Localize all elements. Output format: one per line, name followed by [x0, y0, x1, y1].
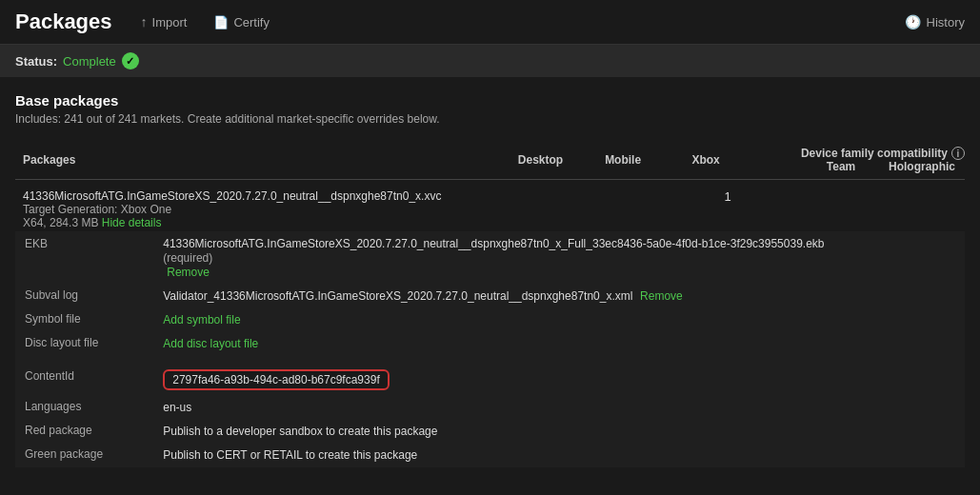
mobile-compat-cell [597, 180, 684, 232]
packages-table: Packages Desktop Mobile Xbox Device fami… [15, 141, 965, 467]
ekb-detail-row: EKB 41336MicrosoftATG.InGameStoreXS_2020… [17, 233, 963, 283]
languages-label: Languages [17, 396, 153, 418]
col-header-mobile: Mobile [597, 141, 684, 180]
red-package-value: Publish to a developer sandbox to create… [163, 425, 437, 438]
certify-icon: 📄 [213, 15, 229, 30]
ekb-row: EKB 41336MicrosoftATG.InGameStoreXS_2020… [15, 231, 965, 467]
green-package-label: Green package [17, 444, 153, 465]
subval-remove-link[interactable]: Remove [640, 289, 683, 303]
status-bar: Status: Complete ✓ [0, 45, 980, 77]
content-id-row: ContentId 2797fa46-a93b-494c-ad80-b67c9f… [17, 366, 963, 394]
hide-details-link[interactable]: Hide details [102, 216, 162, 229]
subval-label: Subval log [17, 285, 153, 307]
disc-value-cell: Add disc layout file [155, 332, 963, 354]
ekb-value-cell: 41336MicrosoftATG.InGameStoreXS_2020.7.2… [155, 233, 963, 283]
col-header-compat: Device family compatibility i Team Holog… [771, 141, 965, 180]
subval-filename: Validator_41336MicrosoftATG.InGameStoreX… [163, 289, 632, 303]
subval-detail-row: Subval log Validator_41336MicrosoftATG.I… [17, 285, 963, 307]
symbol-label: Symbol file [17, 308, 153, 330]
red-package-value-cell: Publish to a developer sandbox to create… [155, 420, 963, 442]
col-header-holo: Holographic [879, 160, 965, 173]
ekb-note: (required) [163, 251, 212, 265]
page-title: Packages [15, 10, 112, 34]
content-area: Base packages Includes: 241 out of 241 m… [0, 77, 980, 483]
green-package-row: Green package Publish to CERT or RETAIL … [17, 444, 963, 465]
disc-detail-row: Disc layout file Add disc layout file [17, 332, 963, 354]
ekb-label: EKB [17, 233, 153, 283]
header: Packages ↑ Import 📄 Certify 🕐 History [0, 0, 980, 45]
languages-value: en-us [163, 401, 191, 414]
symbol-value-cell: Add symbol file [155, 308, 963, 330]
history-button[interactable]: 🕐 History [905, 14, 965, 30]
ekb-remove-link[interactable]: Remove [167, 266, 210, 279]
import-button[interactable]: ↑ Import [135, 10, 193, 33]
package-size: X64, 284.3 MB Hide details [23, 216, 503, 229]
red-package-row: Red package Publish to a developer sandb… [17, 420, 963, 442]
col-header-xbox: Xbox [684, 141, 770, 180]
subval-value-cell: Validator_41336MicrosoftATG.InGameStoreX… [155, 285, 963, 307]
spacer-row [17, 356, 963, 364]
green-package-value-cell: Publish to CERT or RETAIL to create this… [155, 444, 963, 465]
col-header-team: Team [803, 160, 879, 173]
desktop-compat-cell [510, 180, 597, 232]
symbol-add-link[interactable]: Add symbol file [163, 313, 240, 327]
history-icon: 🕐 [905, 14, 921, 30]
languages-row: Languages en-us [17, 396, 963, 418]
section-subtitle: Includes: 241 out of 241 markets. Create… [15, 112, 965, 126]
package-info: 41336MicrosoftATG.InGameStoreXS_2020.7.2… [15, 180, 510, 232]
disc-label: Disc layout file [17, 332, 153, 354]
status-check-icon: ✓ [122, 52, 139, 69]
package-target: Target Generation: Xbox One [23, 203, 503, 216]
red-package-label: Red package [17, 420, 153, 442]
col-header-desktop: Desktop [510, 141, 597, 180]
package-row: 41336MicrosoftATG.InGameStoreXS_2020.7.2… [15, 180, 965, 232]
import-icon: ↑ [141, 14, 148, 30]
symbol-detail-row: Symbol file Add symbol file [17, 308, 963, 330]
team-compat-cell [771, 180, 869, 232]
certify-button[interactable]: 📄 Certify [208, 11, 275, 33]
package-filename: 41336MicrosoftATG.InGameStoreXS_2020.7.2… [23, 189, 503, 203]
col-header-packages: Packages [15, 141, 510, 180]
section-title: Base packages [15, 92, 965, 109]
holo-compat-cell [868, 180, 965, 232]
xbox-compat-cell: 1 [684, 180, 770, 232]
ekb-filename: 41336MicrosoftATG.InGameStoreXS_2020.7.2… [163, 237, 955, 250]
compat-info-icon[interactable]: i [951, 147, 965, 160]
status-label: Status: [15, 54, 57, 69]
status-value: Complete [63, 54, 116, 69]
content-id-value-cell: 2797fa46-a93b-494c-ad80-b67c9fca939f [155, 366, 963, 394]
content-id-label: ContentId [17, 366, 153, 394]
header-actions: ↑ Import 📄 Certify [135, 10, 275, 33]
languages-value-cell: en-us [155, 396, 963, 418]
green-package-value: Publish to CERT or RETAIL to create this… [163, 448, 417, 462]
disc-add-link[interactable]: Add disc layout file [163, 337, 258, 350]
content-id-value: 2797fa46-a93b-494c-ad80-b67c9fca939f [163, 369, 390, 390]
